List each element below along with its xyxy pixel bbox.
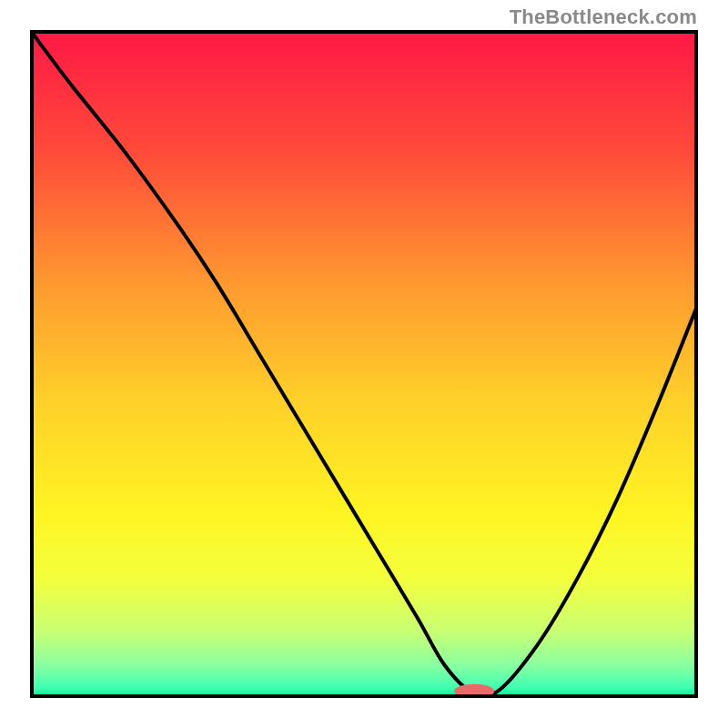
valley-marker (454, 684, 494, 698)
bottleneck-curve (30, 30, 698, 698)
plot-area (30, 30, 698, 698)
chart-frame: TheBottleneck.com (0, 0, 728, 728)
watermark-text: TheBottleneck.com (510, 5, 697, 29)
